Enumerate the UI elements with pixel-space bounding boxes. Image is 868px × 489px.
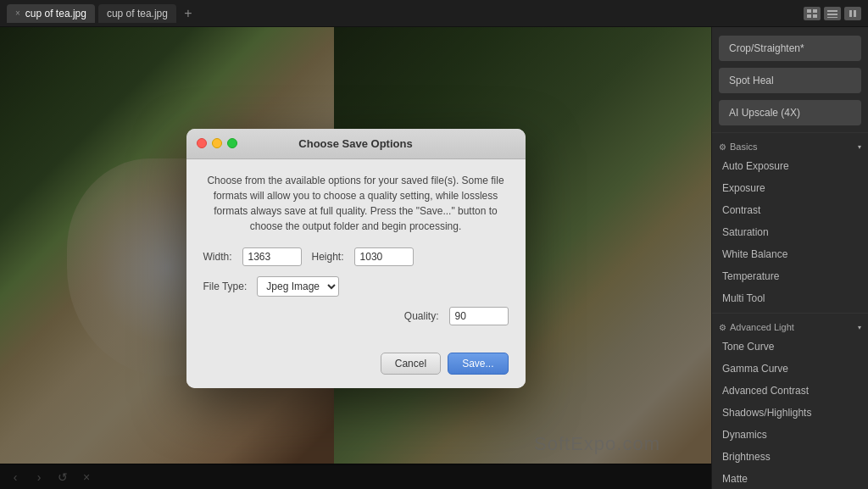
tab-close-1[interactable]: × [15, 9, 20, 18]
modal-body: Choose from the available options for yo… [186, 159, 526, 342]
canvas-area: SoftExpo.com Choose Save Options Choose … [0, 27, 711, 489]
spot-heal-button[interactable]: Spot Heal [719, 68, 861, 93]
view-pause-button[interactable] [844, 7, 861, 20]
exposure-item[interactable]: Exposure [712, 177, 868, 199]
modal-footer: Cancel Save... [186, 342, 526, 388]
svg-rect-4 [827, 10, 837, 12]
basics-header: ⚙ Basics ▾ [712, 136, 868, 155]
svg-rect-2 [807, 14, 811, 18]
svg-rect-8 [854, 10, 856, 17]
tab-label-1: cup of tea.jpg [25, 8, 86, 19]
svg-rect-7 [849, 10, 852, 17]
tab-1[interactable]: × cup of tea.jpg [7, 4, 95, 23]
height-input[interactable] [354, 247, 414, 266]
add-tab-button[interactable]: + [180, 5, 197, 22]
advanced-icon: ⚙ [719, 323, 726, 332]
ai-upscale-button[interactable]: AI Upscale (4X) [719, 100, 861, 125]
right-panel: Crop/Straighten* Spot Heal AI Upscale (4… [711, 27, 868, 489]
panel-scroll: Crop/Straighten* Spot Heal AI Upscale (4… [712, 27, 868, 489]
width-label: Width: [203, 251, 232, 263]
modal-description: Choose from the available options for yo… [203, 173, 509, 234]
maximize-traffic-light[interactable] [227, 138, 237, 148]
file-type-row: File Type: Jpeg Image PNG Image TIFF Ima… [203, 276, 509, 297]
matte-item[interactable]: Matte [712, 468, 868, 489]
close-traffic-light[interactable] [197, 138, 207, 148]
advanced-label: Advanced Light [730, 322, 794, 332]
quality-row: Quality: [203, 307, 509, 325]
temperature-item[interactable]: Temperature [712, 265, 868, 287]
basics-label: Basics [730, 142, 757, 152]
brightness-item[interactable]: Brightness [712, 446, 868, 468]
contrast-item[interactable]: Contrast [712, 199, 868, 221]
minimize-traffic-light[interactable] [212, 138, 222, 148]
quality-label: Quality: [404, 310, 439, 322]
save-button[interactable]: Save... [448, 353, 508, 375]
shadows-highlights-item[interactable]: Shadows/Highlights [712, 402, 868, 424]
tab-label-2: cup of tea.jpg [107, 8, 168, 19]
height-label: Height: [312, 251, 344, 263]
width-input[interactable] [242, 247, 302, 266]
main-layout: SoftExpo.com Choose Save Options Choose … [0, 27, 868, 489]
basics-icon: ⚙ [719, 142, 726, 152]
modal-overlay: Choose Save Options Choose from the avai… [0, 27, 711, 489]
modal-titlebar: Choose Save Options [186, 129, 526, 159]
saturation-item[interactable]: Saturation [712, 221, 868, 243]
tab-2[interactable]: cup of tea.jpg [98, 4, 176, 23]
svg-rect-0 [807, 9, 811, 13]
white-balance-item[interactable]: White Balance [712, 243, 868, 265]
auto-exposure-item[interactable]: Auto Exposure [712, 155, 868, 177]
multi-tool-item[interactable]: Multi Tool [712, 287, 868, 309]
modal-title: Choose Save Options [298, 137, 412, 150]
traffic-lights [197, 138, 237, 148]
dynamics-item[interactable]: Dynamics [712, 424, 868, 446]
svg-rect-5 [827, 14, 837, 15]
svg-rect-3 [813, 14, 817, 18]
advanced-chevron-icon: ▾ [858, 324, 861, 331]
advanced-contrast-item[interactable]: Advanced Contrast [712, 380, 868, 402]
svg-rect-6 [827, 17, 837, 18]
view-grid-button[interactable] [804, 7, 821, 20]
quality-input[interactable] [449, 307, 509, 325]
view-list-button[interactable] [824, 7, 841, 20]
crop-straighten-button[interactable]: Crop/Straighten* [719, 36, 861, 61]
advanced-light-header: ⚙ Advanced Light ▾ [712, 317, 868, 336]
modal-fields-row: Width: Height: [203, 247, 509, 266]
cancel-button[interactable]: Cancel [381, 353, 441, 375]
file-type-label: File Type: [203, 281, 248, 292]
titlebar: × cup of tea.jpg cup of tea.jpg + [0, 0, 868, 27]
basics-chevron-icon: ▾ [858, 143, 861, 151]
tone-curve-item[interactable]: Tone Curve [712, 336, 868, 358]
svg-rect-1 [813, 9, 817, 13]
view-controls [804, 7, 861, 20]
gamma-curve-item[interactable]: Gamma Curve [712, 358, 868, 380]
save-options-dialog: Choose Save Options Choose from the avai… [186, 129, 526, 388]
file-type-select[interactable]: Jpeg Image PNG Image TIFF Image [257, 276, 339, 297]
